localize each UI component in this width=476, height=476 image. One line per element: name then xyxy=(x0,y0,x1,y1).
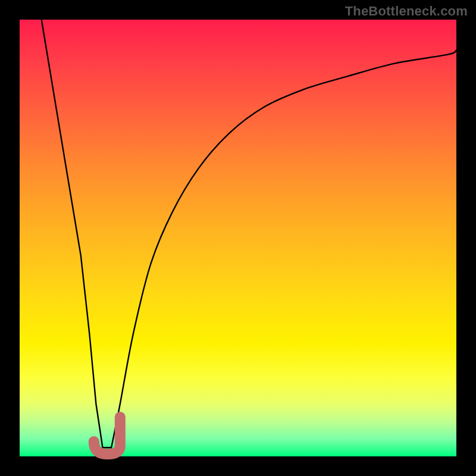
watermark-text: TheBottleneck.com xyxy=(345,4,468,19)
curve-line xyxy=(42,20,456,447)
outer-frame: TheBottleneck.com xyxy=(0,0,476,476)
j-marker-path xyxy=(94,417,120,454)
chart-svg xyxy=(20,20,456,456)
